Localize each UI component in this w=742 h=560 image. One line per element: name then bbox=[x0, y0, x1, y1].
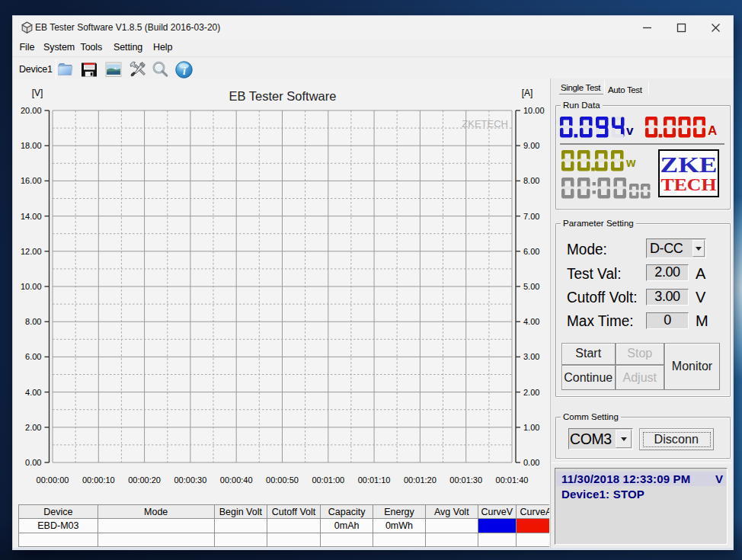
svg-text:EB Tester Software: EB Tester Software bbox=[229, 89, 337, 103]
svg-text:10.00: 10.00 bbox=[523, 106, 545, 115]
svg-text:[A]: [A] bbox=[522, 88, 533, 98]
svg-text:0.00: 0.00 bbox=[25, 458, 41, 467]
svg-text:00:01:20: 00:01:20 bbox=[404, 475, 437, 485]
svg-text:00:00:10: 00:00:10 bbox=[82, 475, 115, 485]
svg-text:0.00: 0.00 bbox=[523, 458, 539, 467]
svg-text:00:01:30: 00:01:30 bbox=[449, 475, 482, 485]
svg-text:4.00: 4.00 bbox=[523, 317, 539, 326]
svg-text:20.00: 20.00 bbox=[21, 106, 42, 115]
svg-text:8.00: 8.00 bbox=[25, 317, 41, 326]
svg-text:9.00: 9.00 bbox=[523, 141, 539, 150]
svg-text:00:00:20: 00:00:20 bbox=[128, 475, 161, 485]
svg-text:[V]: [V] bbox=[32, 88, 43, 98]
svg-text:00:00:50: 00:00:50 bbox=[266, 475, 299, 485]
svg-text:00:00:00: 00:00:00 bbox=[37, 475, 69, 485]
svg-text:ZKETECH: ZKETECH bbox=[462, 118, 508, 130]
svg-text:8.00: 8.00 bbox=[523, 176, 539, 185]
svg-text:4.00: 4.00 bbox=[25, 388, 41, 397]
svg-text:14.00: 14.00 bbox=[21, 212, 42, 221]
svg-text:i: i bbox=[183, 66, 186, 77]
svg-text:18.00: 18.00 bbox=[21, 141, 42, 150]
svg-text:6.00: 6.00 bbox=[25, 352, 41, 361]
svg-text:5.00: 5.00 bbox=[523, 282, 539, 291]
svg-text:16.00: 16.00 bbox=[21, 176, 42, 185]
svg-text:7.00: 7.00 bbox=[523, 212, 539, 221]
svg-text:1.00: 1.00 bbox=[523, 423, 539, 432]
svg-text:2.00: 2.00 bbox=[25, 423, 41, 432]
svg-text:00:00:40: 00:00:40 bbox=[220, 475, 253, 485]
svg-text:3.00: 3.00 bbox=[523, 352, 539, 361]
svg-text:00:00:30: 00:00:30 bbox=[174, 475, 206, 485]
svg-text:12.00: 12.00 bbox=[21, 247, 42, 256]
svg-text:00:01:40: 00:01:40 bbox=[496, 475, 529, 485]
svg-text:10.00: 10.00 bbox=[21, 282, 42, 291]
svg-text:00:01:10: 00:01:10 bbox=[358, 475, 391, 485]
svg-text:6.00: 6.00 bbox=[523, 247, 539, 256]
svg-text:00:01:00: 00:01:00 bbox=[312, 475, 344, 485]
svg-text:2.00: 2.00 bbox=[523, 388, 539, 397]
